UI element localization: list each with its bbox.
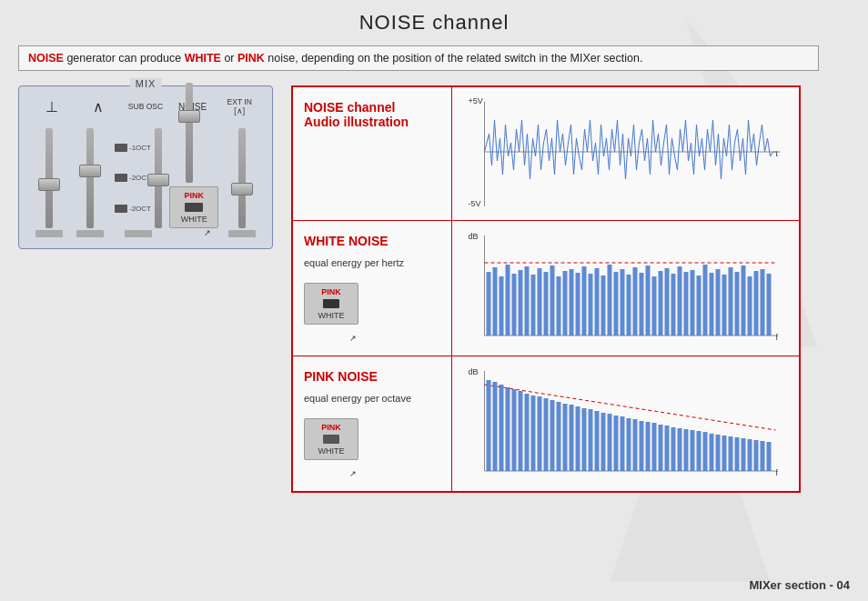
svg-rect-61 [493, 382, 498, 471]
svg-rect-96 [716, 435, 721, 471]
noise-chart-white: dB f [452, 221, 799, 356]
svg-rect-92 [691, 430, 695, 471]
svg-text:f: f [776, 333, 779, 342]
ch-label-3: SUB OSC [127, 102, 164, 111]
desc-white: WHITE [185, 52, 221, 65]
waveform-chart: +5V -5V t [459, 93, 792, 211]
svg-rect-52 [754, 271, 759, 336]
noise-chart-audio: +5V -5V t [452, 87, 799, 220]
svg-rect-41 [684, 272, 689, 336]
mix-label: MIX [130, 78, 162, 89]
svg-rect-83 [633, 419, 638, 471]
svg-rect-11 [493, 267, 498, 336]
svg-rect-95 [710, 434, 714, 471]
svg-rect-102 [754, 440, 759, 471]
svg-rect-31 [621, 269, 625, 336]
svg-rect-62 [500, 385, 504, 471]
svg-rect-38 [665, 268, 670, 336]
svg-rect-51 [748, 276, 752, 336]
svg-rect-20 [550, 265, 555, 336]
svg-rect-63 [506, 387, 510, 471]
svg-rect-75 [582, 408, 587, 471]
channel-labels: ⊥ ∧ SUB OSC NOISE EXT IN[∧] [28, 97, 263, 115]
svg-rect-49 [735, 272, 740, 336]
svg-rect-77 [595, 411, 600, 471]
svg-rect-46 [716, 269, 721, 336]
main-row: MIX ⊥ ∧ SUB OSC NOISE EXT IN[∧] [18, 85, 850, 493]
svg-rect-97 [722, 436, 727, 471]
svg-text:dB: dB [469, 367, 479, 376]
svg-rect-21 [557, 276, 561, 336]
pink-switch-box[interactable]: PINK WHITE [304, 418, 358, 460]
svg-rect-23 [570, 269, 574, 336]
svg-rect-91 [684, 429, 689, 471]
svg-rect-79 [608, 414, 612, 471]
svg-rect-35 [646, 265, 651, 336]
svg-rect-34 [640, 273, 644, 336]
fader-col-extin [223, 128, 261, 237]
svg-rect-64 [512, 389, 517, 471]
svg-rect-104 [767, 442, 772, 471]
svg-rect-67 [531, 396, 536, 471]
svg-rect-60 [487, 380, 491, 471]
svg-rect-93 [697, 431, 701, 471]
white-arrow: ↗ [349, 334, 440, 343]
svg-rect-43 [697, 275, 701, 336]
desc-pink: PINK [237, 52, 265, 65]
pink-switch-white: WHITE [312, 446, 350, 456]
svg-rect-25 [582, 266, 587, 336]
pink-noise-title: PINK NOISE [304, 369, 440, 384]
pink-arrow: ↗ [349, 469, 440, 478]
svg-rect-14 [512, 274, 517, 336]
svg-rect-37 [659, 271, 663, 336]
ch-label-5: EXT IN[∧] [221, 97, 257, 115]
svg-rect-80 [614, 416, 619, 471]
white-noise-chart: dB f [459, 226, 792, 345]
svg-rect-42 [691, 270, 695, 336]
svg-text:dB: dB [469, 232, 479, 241]
page-title: NOISE channel [18, 11, 850, 35]
svg-rect-76 [589, 409, 593, 471]
svg-rect-36 [652, 276, 657, 336]
pink-switch-pink: PINK [312, 423, 350, 432]
white-switch-white: WHITE [312, 311, 350, 320]
desc-noise: NOISE [28, 52, 64, 65]
svg-rect-71 [557, 402, 561, 471]
faders-row: -1OCT -2OCT -2OCT [28, 119, 263, 237]
noise-pink-label: PINK [176, 191, 212, 200]
svg-rect-81 [621, 416, 625, 471]
svg-rect-47 [722, 275, 727, 336]
svg-rect-32 [627, 275, 631, 336]
noise-row-pink: PINK NOISE equal energy per octave PINK … [293, 356, 799, 491]
desc-text3: noise, depending on the position of the … [265, 52, 643, 65]
page-footer: MIXer section - 04 [749, 578, 850, 592]
white-noise-sub: equal energy per hertz [304, 257, 440, 268]
svg-rect-24 [576, 273, 580, 336]
svg-rect-29 [608, 265, 612, 336]
svg-rect-45 [710, 273, 714, 336]
svg-text:t: t [776, 149, 779, 158]
white-switch-box[interactable]: PINK WHITE [304, 283, 358, 325]
svg-rect-50 [742, 265, 746, 336]
svg-rect-82 [627, 418, 631, 471]
svg-rect-72 [563, 404, 568, 471]
desc-text2: or [221, 52, 237, 65]
fader-col-1 [30, 128, 68, 237]
svg-rect-15 [519, 270, 523, 336]
svg-rect-94 [703, 432, 708, 471]
pink-noise-sub: equal energy per octave [304, 393, 440, 404]
fader-col-subosc: -1OCT -2OCT -2OCT [112, 128, 165, 237]
white-noise-title: WHITE NOISE [304, 234, 440, 248]
noise-row-white: WHITE NOISE equal energy per hertz PINK … [293, 221, 799, 356]
svg-rect-88 [665, 426, 670, 471]
noise-channel-title: NOISE channelAudio illustration [304, 100, 440, 129]
svg-rect-99 [735, 437, 740, 471]
svg-rect-84 [640, 421, 644, 471]
svg-rect-13 [506, 265, 510, 336]
svg-rect-89 [671, 427, 676, 471]
svg-rect-69 [544, 398, 549, 471]
svg-rect-48 [729, 267, 733, 336]
svg-rect-28 [601, 275, 606, 336]
svg-rect-100 [742, 438, 746, 471]
svg-rect-70 [550, 400, 555, 471]
